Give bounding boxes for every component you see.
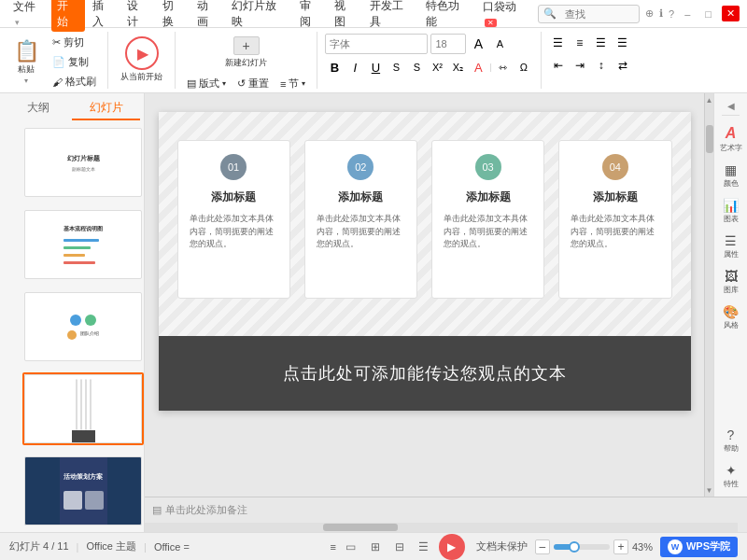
status-left: 幻灯片 4 / 11 | Office 主题 | Office =	[9, 539, 318, 553]
menu-review[interactable]: 审阅	[294, 0, 327, 32]
color-icon: ▦	[725, 162, 737, 177]
font-decrease-button[interactable]: A	[490, 35, 509, 53]
list-item: 5 活动策划方案	[4, 455, 140, 532]
menu-design[interactable]: 设计	[121, 0, 154, 32]
align-right-button[interactable]: ☰	[592, 34, 611, 52]
menu-dev[interactable]: 开发工具	[364, 0, 419, 32]
reset-button[interactable]: ↺ 重置	[233, 75, 273, 92]
special-char-button[interactable]: Ω	[514, 58, 533, 77]
tab-outline[interactable]: 大纲	[4, 97, 72, 120]
zoom-out-button[interactable]: –	[535, 539, 550, 554]
properties-button[interactable]: ☰ 属性	[717, 230, 745, 263]
help-panel-button[interactable]: ? 帮助	[717, 424, 745, 457]
menu-pocket[interactable]: 口袋动 ✕	[477, 0, 538, 30]
menu-start[interactable]: 开始	[51, 0, 84, 32]
gallery-icon: 🖼	[725, 269, 738, 284]
new-slide-button[interactable]: + 新建幻灯片	[220, 34, 272, 72]
help-icon[interactable]: ⊕	[645, 7, 654, 20]
shadow-button[interactable]: S	[407, 58, 426, 77]
window-close[interactable]: ✕	[722, 6, 740, 21]
underline-button[interactable]: U	[366, 58, 385, 77]
char-spacing-button[interactable]: ⇿	[494, 58, 513, 77]
view-reader-button[interactable]: ⊟	[390, 538, 409, 556]
font-color-button[interactable]: A	[469, 58, 487, 77]
list-item: 2 基本流程说明图	[4, 208, 140, 287]
strikethrough-button[interactable]: S	[387, 58, 405, 77]
settings-icon[interactable]: ?	[669, 8, 674, 20]
horizontal-scrollbar[interactable]	[145, 523, 738, 532]
play-slideshow-button[interactable]: ▶	[439, 534, 465, 560]
indent-left-button[interactable]: ⇤	[549, 56, 568, 75]
font-increase-button[interactable]: A	[469, 35, 487, 53]
footer-note[interactable]: ▤ 单击此处添加备注	[152, 503, 247, 517]
office-eq-label: Office =	[154, 541, 190, 553]
bold-button[interactable]: B	[325, 58, 344, 77]
direction-button[interactable]: ⇄	[613, 56, 632, 75]
zoom-in-button[interactable]: +	[613, 539, 628, 554]
format-paint-button[interactable]: 🖌 格式刷	[49, 73, 100, 91]
slide-thumb-3[interactable]: 团队介绍	[22, 290, 144, 363]
slide-bottom-banner[interactable]: 点击此处可添加能传达您观点的文本	[159, 336, 691, 411]
scroll-down-button[interactable]: ▼	[705, 483, 714, 497]
menu-insert[interactable]: 插入	[87, 0, 120, 32]
copy-button[interactable]: 📄 复制	[49, 53, 100, 71]
slide-thumb-1[interactable]: 幻灯片标题 副标题文本	[22, 126, 144, 199]
menu-view[interactable]: 视图	[329, 0, 361, 32]
window-maximize[interactable]: □	[700, 7, 716, 21]
special-feature-button[interactable]: ✦ 特性	[717, 459, 745, 493]
menu-switch[interactable]: 切换	[157, 0, 190, 32]
section-button[interactable]: ≡ 节 ▾	[276, 75, 309, 92]
line-spacing-button[interactable]: ↕	[592, 56, 611, 75]
subscript-button[interactable]: X₂	[448, 58, 467, 77]
menu-animate[interactable]: 动画	[191, 0, 224, 32]
slide-thumb-2[interactable]: 基本流程说明图	[22, 208, 144, 281]
superscript-button[interactable]: X²	[428, 58, 446, 77]
start-slideshow-button[interactable]: ▶ 从当前开始	[116, 34, 167, 86]
menu-bar: 文件 ▾ 开始 插入 设计 切换 动画 幻灯片放映 审阅 视图 开发工具 特色功…	[7, 0, 538, 32]
card-number: 01	[220, 154, 247, 180]
content-card[interactable]: 02 添加标题 单击此处添加文本具体内容，简明扼要的阐述您的观点。	[304, 140, 417, 299]
view-normal-button[interactable]: ▭	[342, 538, 360, 556]
zoom-slider[interactable]	[554, 544, 610, 550]
menu-slideshow[interactable]: 幻灯片放映	[226, 0, 291, 32]
paste-button[interactable]: 📋 粘贴 ▾	[7, 34, 45, 91]
content-card[interactable]: 03 添加标题 单击此处添加文本具体内容，简明扼要的阐述您的观点。	[431, 140, 544, 299]
slide-thumb-5[interactable]: 活动策划方案	[22, 455, 144, 527]
wps-academy-button[interactable]: W WPS学院	[660, 537, 738, 557]
art-text-button[interactable]: A 艺术字	[717, 121, 745, 157]
menu-special[interactable]: 特色功能	[420, 0, 475, 32]
tab-slides[interactable]: 幻灯片	[72, 97, 140, 120]
content-card[interactable]: 04 添加标题 单击此处添加文本具体内容，简明扼要的阐述您的观点。	[558, 140, 671, 299]
color-button[interactable]: ▦ 颜色	[717, 159, 745, 192]
layout-button[interactable]: ▤ 版式 ▾	[183, 75, 230, 92]
font-family-selector[interactable]	[325, 34, 428, 54]
indent-right-button[interactable]: ⇥	[571, 56, 589, 75]
chart-button[interactable]: 📊 图表	[717, 194, 745, 228]
search-input[interactable]	[559, 7, 634, 21]
copy-icon: 📄	[52, 56, 65, 68]
view-grid-button[interactable]: ⊞	[366, 538, 385, 556]
content-card[interactable]: 01 添加标题 单击此处添加文本具体内容，简明扼要的阐述您的观点。	[177, 140, 290, 299]
cut-button[interactable]: ✂ 剪切	[49, 34, 100, 51]
vertical-scrollbar[interactable]: ▲ ▼	[704, 93, 713, 497]
justify-button[interactable]: ☰	[613, 34, 632, 52]
gallery-button[interactable]: 🖼 图库	[717, 265, 745, 299]
info-icon[interactable]: ℹ	[659, 7, 663, 20]
collapse-button[interactable]: ◀	[722, 97, 740, 116]
align-center-button[interactable]: ≡	[571, 34, 589, 52]
font-size-input[interactable]	[430, 34, 466, 54]
style-button[interactable]: 🎨 风格	[717, 301, 745, 334]
scroll-thumb[interactable]	[706, 125, 713, 153]
window-minimize[interactable]: –	[680, 7, 695, 21]
note-icon: ▤	[152, 504, 162, 516]
slide-thumb-4[interactable]	[22, 372, 144, 445]
zoom-slider-thumb[interactable]	[569, 541, 580, 553]
scroll-up-button[interactable]: ▲	[705, 93, 714, 106]
menu-file[interactable]: 文件 ▾	[7, 0, 49, 30]
align-left-button[interactable]: ☰	[549, 34, 568, 52]
new-slide-group: + 新建幻灯片 ▤ 版式 ▾ ↺ 重置 ≡ 节 ▾	[183, 32, 317, 89]
h-scroll-thumb[interactable]	[323, 524, 398, 531]
view-outline-button[interactable]: ☰	[415, 538, 433, 556]
italic-button[interactable]: I	[345, 58, 364, 77]
card-title: 添加标题	[317, 189, 405, 205]
